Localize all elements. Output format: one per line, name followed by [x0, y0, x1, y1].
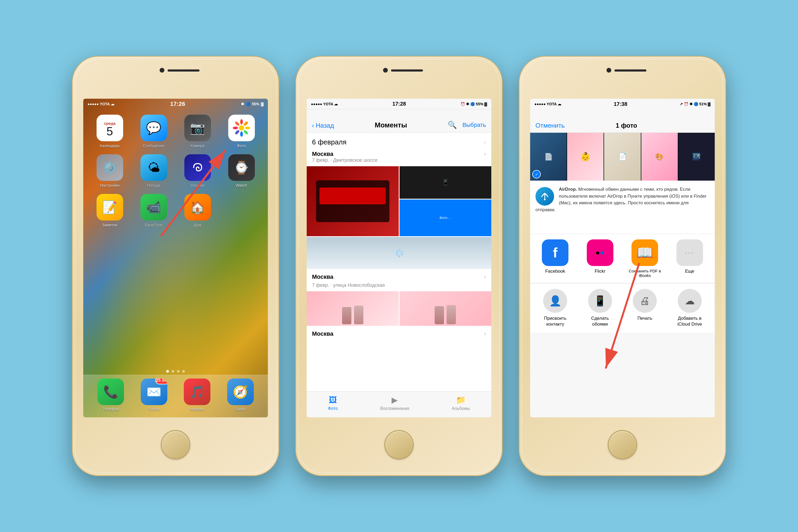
- svg-point-8: [234, 121, 240, 126]
- photo-thumb-1[interactable]: [307, 166, 399, 236]
- contact-label: Присвоить контакту: [538, 316, 572, 327]
- photos-tab-icon: 🖼: [329, 396, 337, 404]
- nav-actions-2: 🔍 Выбрать: [448, 120, 486, 129]
- icloud-icon: ☁: [678, 289, 702, 313]
- cancel-button[interactable]: Отменить: [535, 122, 565, 129]
- share-flickr[interactable]: ●● Flickr: [583, 240, 618, 278]
- page-dot-3: [177, 370, 179, 373]
- svg-point-7: [233, 127, 238, 129]
- albums-tab-icon: 📁: [456, 395, 466, 404]
- notes-label: Заметки: [102, 223, 117, 227]
- action-contact[interactable]: 👤 Присвоить контакту: [538, 289, 572, 327]
- photo-row-snow: ❄️: [307, 237, 491, 269]
- share-title: 1 фото: [615, 122, 637, 129]
- cal-day: 5: [107, 126, 113, 137]
- wallpaper-label: Сделать обоями: [583, 316, 618, 327]
- battery-3: ↗ ⏰ ✱ 🔵 51% ▓: [680, 102, 710, 106]
- front-camera: [159, 68, 165, 73]
- time-2: 17:28: [392, 101, 406, 107]
- share-apps: f Facebook ●● Flickr 📖 Сохранить PDF в i…: [530, 234, 715, 283]
- app-grid: среда 5 Календарь 💬 Сообщения 📷 Камера: [83, 109, 268, 227]
- time-3: 17:38: [614, 101, 627, 107]
- airdrop-description: AirDrop. Мгновенный обмен данными с теми…: [535, 186, 709, 213]
- weather-icon: 🌤: [140, 154, 167, 181]
- search-button[interactable]: 🔍: [448, 120, 457, 129]
- strip-photo-2[interactable]: 👶: [567, 133, 604, 180]
- watch-icon: ⌚: [228, 154, 255, 181]
- strip-photo-4[interactable]: 🎨: [641, 133, 678, 180]
- page-dot-2: [172, 370, 174, 373]
- print-icon: 🖨: [633, 289, 657, 313]
- app-weather[interactable]: 🌤 Погода: [133, 154, 174, 188]
- mail-badge: 25 340: [155, 379, 167, 384]
- carrier-3: ●●●●● YOTA ☁: [534, 102, 561, 106]
- photos-tab-label: Фото: [328, 406, 338, 411]
- svg-point-2: [243, 121, 248, 126]
- share-facebook[interactable]: f Facebook: [538, 240, 572, 278]
- strip-photo-3[interactable]: 📄: [604, 133, 641, 180]
- share-more[interactable]: ··· Еще: [672, 240, 707, 278]
- subloc-2: 7 февр. · улица Новослободская: [307, 283, 491, 291]
- strip-photo-5[interactable]: 🌃: [678, 133, 715, 180]
- strip-photo-1[interactable]: 📄 ✓: [530, 133, 567, 180]
- app-calendar[interactable]: среда 5 Календарь: [89, 115, 130, 148]
- photo-thumb-3[interactable]: Фото ...: [400, 200, 492, 236]
- app-camera[interactable]: 📷 Камера: [177, 115, 218, 148]
- tab-photos[interactable]: 🖼 Фото: [328, 396, 338, 411]
- photo-thumb-6[interactable]: [400, 291, 492, 326]
- music-icon: 🎵: [184, 379, 210, 405]
- dock-phone[interactable]: 📞 Телефон: [97, 379, 124, 411]
- svg-point-0: [239, 125, 244, 131]
- nav-title-2: Моменты: [375, 121, 407, 129]
- dock-mail[interactable]: ✉️ 25 340 Почта: [141, 379, 167, 411]
- app-shazam[interactable]: Shazam: [177, 154, 218, 188]
- select-button[interactable]: Выбрать: [462, 121, 486, 129]
- app-home[interactable]: 🏠 Дом: [177, 194, 218, 227]
- speaker: [168, 70, 200, 72]
- share-ibooks[interactable]: 📖 Сохранить PDF в iBooks: [627, 240, 662, 278]
- location-2: Москва ›: [307, 270, 491, 283]
- dock-safari-label: Safari: [235, 407, 246, 411]
- action-wallpaper[interactable]: 📱 Сделать обоями: [583, 289, 618, 327]
- home-button-1[interactable]: [161, 430, 190, 459]
- app-notes[interactable]: 📝 Заметки: [89, 194, 130, 227]
- dock-phone-label: Телефон: [102, 407, 119, 411]
- settings-icon: ⚙️: [97, 154, 123, 181]
- photo-thumb-4[interactable]: ❄️: [307, 237, 491, 269]
- home-button-3[interactable]: [608, 430, 637, 459]
- app-messages[interactable]: 💬 Сообщения: [133, 115, 174, 148]
- svg-point-10: [544, 199, 546, 200]
- dock-safari[interactable]: 🧭 Safari: [227, 379, 254, 411]
- photo-grid-1: 📱 Фото ...: [307, 166, 491, 236]
- screen-3: ●●●●● YOTA ☁ 17:38 ↗ ⏰ ✱ 🔵 51% ▓ Отменит…: [530, 99, 715, 417]
- speaker-2: [391, 70, 423, 72]
- screen-1: ●●●●● YOTA ☁ 17:26 ✱🔵55%▓ среда 5 Календ…: [83, 99, 268, 417]
- icloud-label: Добавить в iCloud Drive: [672, 316, 707, 327]
- airdrop-section: AirDrop. Мгновенный обмен данными с теми…: [530, 180, 715, 234]
- wallpaper: ●●●●● YOTA ☁ 17:26 ✱🔵55%▓ среда 5 Календ…: [83, 99, 268, 417]
- app-watch[interactable]: ⌚ Watch: [221, 154, 262, 188]
- svg-point-4: [243, 130, 248, 135]
- time-display: 17:26: [170, 100, 185, 108]
- photo-thumb-2[interactable]: 📱: [400, 166, 492, 199]
- phone-1: ●●●●● YOTA ☁ 17:26 ✱🔵55%▓ среда 5 Календ…: [72, 56, 279, 476]
- back-button-2[interactable]: ‹ Назад: [312, 122, 334, 129]
- tab-albums[interactable]: 📁 Альбомы: [452, 395, 470, 411]
- action-icloud[interactable]: ☁ Добавить в iCloud Drive: [672, 289, 707, 327]
- phone-2: ●●●●● YOTA ☁ 17:28 ⏰ ✱ 🔵 55% ▓ ‹ Назад М…: [295, 56, 503, 476]
- photo-thumb-5[interactable]: [307, 291, 399, 326]
- home-icon: 🏠: [184, 194, 211, 221]
- action-print[interactable]: 🖨 Печать: [627, 289, 662, 327]
- app-facetime[interactable]: 📹 FaceTime: [133, 194, 174, 227]
- tab-memories[interactable]: ▶ Воспоминания: [380, 395, 409, 411]
- dock-music[interactable]: 🎵 Музыка: [184, 379, 210, 411]
- battery-info: ✱🔵55%▓: [241, 102, 264, 106]
- watch-label: Watch: [236, 183, 247, 188]
- phone-3: ●●●●● YOTA ☁ 17:38 ↗ ⏰ ✱ 🔵 51% ▓ Отменит…: [519, 56, 726, 476]
- facebook-label: Facebook: [545, 269, 565, 274]
- app-settings[interactable]: ⚙️ Настройки: [89, 154, 130, 188]
- home-button-2[interactable]: [384, 430, 414, 459]
- camera-label: Камера: [190, 144, 204, 148]
- app-photos[interactable]: Фото: [221, 115, 262, 148]
- print-label: Печать: [637, 316, 652, 321]
